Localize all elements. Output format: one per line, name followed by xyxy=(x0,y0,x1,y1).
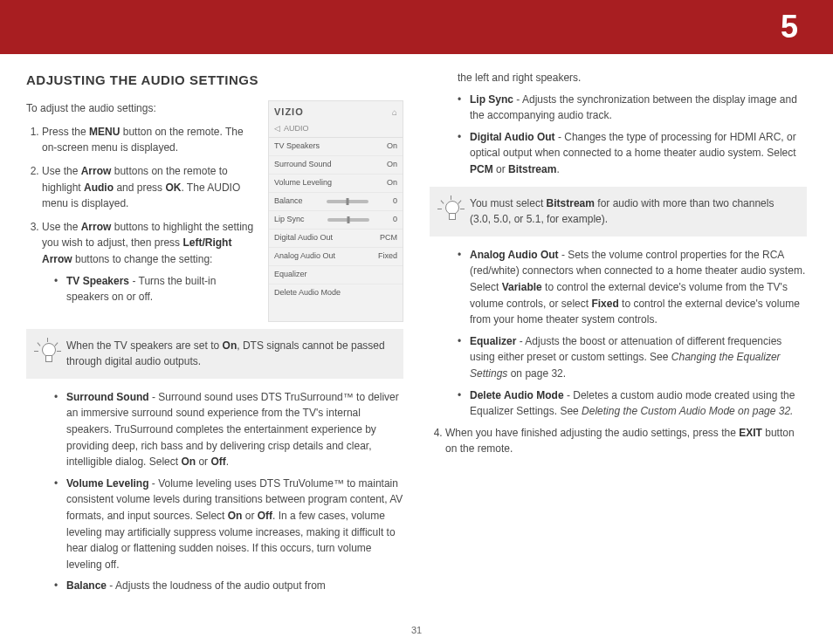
tip-text: You must select Bitstream for audio with… xyxy=(470,195,795,228)
osd-section-label: AUDIO xyxy=(284,123,309,135)
vizio-logo: VIZIO xyxy=(274,105,304,120)
chapter-header: 5 xyxy=(0,0,833,54)
page-body: ADJUSTING THE AUDIO SETTINGS VIZIO ⌂ ◁ A… xyxy=(0,54,833,599)
back-arrow-icon: ◁ xyxy=(274,123,280,135)
page-number: 31 xyxy=(411,625,422,635)
opt-lip-sync: Lip Sync - Adjusts the synchronization b… xyxy=(458,92,807,124)
opt-surround: Surround Sound - Surround sound uses DTS… xyxy=(54,389,403,470)
slider xyxy=(327,218,369,222)
opt-digital-audio-out: Digital Audio Out - Changes the type of … xyxy=(458,129,807,178)
slider xyxy=(327,200,368,203)
opt-balance: Balance - Adjusts the loudness of the au… xyxy=(54,578,403,594)
osd-row: Volume LevelingOn xyxy=(269,175,403,193)
sub-bullets: TV Speakers - Turns the built-in speaker… xyxy=(42,273,403,305)
right-column: the left and right speakers. Lip Sync - … xyxy=(430,70,807,599)
tip-box-2: You must select Bitstream for audio with… xyxy=(430,187,807,236)
lightbulb-icon xyxy=(38,339,58,364)
osd-row: TV SpeakersOn xyxy=(269,138,403,156)
left-column: ADJUSTING THE AUDIO SETTINGS VIZIO ⌂ ◁ A… xyxy=(26,70,403,599)
opt-equalizer: Equalizer - Adjusts the boost or attenua… xyxy=(458,333,807,382)
opt-delete-audio-mode: Delete Audio Mode - Deletes a custom aud… xyxy=(458,387,807,420)
step-4: When you have finished adjusting the aud… xyxy=(445,425,807,457)
chapter-number: 5 xyxy=(781,9,798,45)
opt-volume-leveling: Volume Leveling - Volume leveling uses D… xyxy=(54,476,403,573)
osd-row: Surround SoundOn xyxy=(269,156,403,175)
bullets-right-2: Analog Audio Out - Sets the volume contr… xyxy=(430,247,807,420)
osd-header: VIZIO ⌂ xyxy=(269,101,403,121)
opt-analog-audio-out: Analog Audio Out - Sets the volume contr… xyxy=(458,247,807,328)
bullets-continued: Surround Sound - Surround sound uses DTS… xyxy=(26,389,403,594)
section-heading: ADJUSTING THE AUDIO SETTINGS xyxy=(26,70,403,90)
osd-row: Digital Audio OutPCM xyxy=(269,230,403,248)
osd-row: Lip Sync0 xyxy=(269,211,403,230)
bullets-right-1: Lip Sync - Adjusts the synchronization b… xyxy=(430,92,807,178)
tip-box-1: When the TV speakers are set to On, DTS … xyxy=(26,329,403,379)
osd-breadcrumb: ◁ AUDIO xyxy=(269,121,403,138)
tip-text: When the TV speakers are set to On, DTS … xyxy=(66,338,391,370)
home-icon: ⌂ xyxy=(392,106,397,120)
opt-tv-speakers: TV Speakers - Turns the built-in speaker… xyxy=(54,273,403,305)
balance-continuation: the left and right speakers. xyxy=(430,70,807,86)
lightbulb-icon xyxy=(442,197,461,222)
steps-list-cont: When you have finished adjusting the aud… xyxy=(430,425,807,457)
osd-row: Analog Audio OutFixed xyxy=(269,248,403,266)
osd-row: Balance0 xyxy=(269,193,403,211)
